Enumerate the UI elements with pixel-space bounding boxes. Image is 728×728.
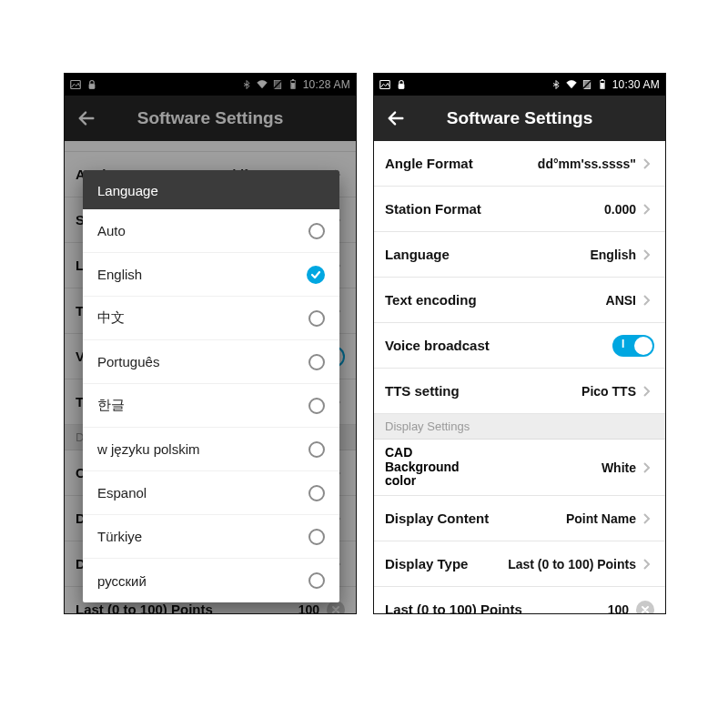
image-icon — [70, 79, 81, 90]
language-option-t-rkiye[interactable]: Türkiye — [83, 515, 339, 559]
setting-label: Display Content — [385, 511, 489, 526]
setting-label: TTS setting — [385, 383, 460, 399]
language-option--[interactable]: русский — [83, 559, 339, 602]
setting-row-text-encoding[interactable]: Text encodingANSI — [374, 278, 665, 323]
chevron-right-icon — [642, 385, 654, 398]
status-bar: 10:28 AM — [65, 74, 356, 96]
status-bar: 10:30 AM — [374, 74, 665, 96]
svg-rect-5 — [291, 84, 294, 88]
option-label: 中文 — [97, 309, 125, 327]
sim-off-icon — [581, 79, 592, 90]
chevron-right-icon — [642, 512, 654, 525]
setting-label: Angle Format — [385, 156, 473, 171]
option-label: Türkiye — [97, 529, 142, 544]
setting-row-station-format[interactable]: Station Format0.000 — [374, 187, 665, 232]
setting-row-angle-format[interactable]: Angle Formatdd°mm'ss.ssss" — [374, 141, 665, 187]
setting-row-display-content[interactable]: Display ContentPoint Name — [374, 496, 665, 541]
setting-row-voice-broadcast[interactable]: Voice broadcastI — [374, 323, 665, 369]
status-time: 10:30 AM — [612, 78, 660, 91]
svg-rect-1 — [89, 84, 95, 88]
setting-value: 100 — [608, 602, 629, 614]
setting-value: 0.000 — [604, 202, 636, 217]
setting-value: 100 — [298, 602, 319, 614]
language-dialog: Language AutoEnglish中文Português한글w język… — [83, 170, 339, 602]
chevron-right-icon — [642, 461, 654, 474]
setting-label: Voice broadcast — [385, 338, 490, 353]
chevron-right-icon — [642, 558, 654, 571]
wifi-icon — [566, 79, 577, 90]
svg-rect-6 — [292, 79, 294, 80]
language-option-w-j-zyku-polskim[interactable]: w języku polskim — [83, 428, 339, 471]
radio-icon — [308, 354, 325, 370]
language-option--[interactable]: 한글 — [83, 384, 339, 428]
phone-right: 10:30 AM Software Settings Angle Formatd… — [373, 73, 666, 614]
setting-value: ANSI — [606, 293, 636, 308]
status-time: 10:28 AM — [303, 78, 350, 91]
battery-icon — [288, 79, 298, 90]
status-right-icons: 10:30 AM — [551, 78, 660, 91]
bluetooth-icon — [551, 79, 561, 90]
setting-label: CADBackgroundcolor — [385, 446, 460, 488]
radio-icon — [308, 441, 325, 458]
clear-icon[interactable] — [636, 601, 654, 614]
radio-icon — [308, 310, 325, 327]
language-option-auto[interactable]: Auto — [83, 209, 339, 253]
language-option-espanol[interactable]: Espanol — [83, 471, 339, 515]
radio-icon — [308, 223, 325, 239]
language-option--[interactable]: 中文 — [83, 297, 339, 340]
svg-rect-13 — [602, 79, 603, 80]
status-right-icons: 10:28 AM — [241, 78, 350, 91]
setting-row-last-points[interactable]: Last (0 to 100) Points 100 — [374, 587, 665, 613]
sim-off-icon — [272, 79, 283, 90]
setting-label: Station Format — [385, 201, 481, 217]
setting-row-cad-background-color[interactable]: CADBackgroundcolorWhite — [374, 440, 665, 496]
radio-icon — [308, 485, 325, 501]
display-settings-section: Display Settings — [374, 414, 665, 440]
language-option-portugu-s[interactable]: Português — [83, 340, 339, 384]
page-title: Software Settings — [99, 108, 321, 128]
lock-icon — [396, 79, 407, 90]
setting-value: dd°mm'ss.ssss" — [538, 157, 636, 171]
chevron-right-icon — [642, 203, 654, 216]
svg-rect-12 — [601, 84, 603, 88]
option-label: w języku polskim — [97, 441, 200, 457]
setting-row-display-type[interactable]: Display TypeLast (0 to 100) Points — [374, 541, 665, 587]
option-label: 한글 — [97, 397, 125, 414]
chevron-right-icon — [642, 157, 654, 170]
bluetooth-icon — [241, 79, 252, 90]
radio-icon — [308, 529, 325, 545]
radio-icon — [308, 398, 325, 414]
setting-value: Point Name — [566, 511, 636, 526]
setting-label: Display Type — [385, 556, 468, 571]
check-icon — [307, 266, 325, 284]
radio-icon — [308, 572, 325, 589]
toggle-switch[interactable]: I — [612, 335, 654, 357]
wifi-icon — [257, 79, 268, 90]
settings-list[interactable]: Angle Formatdd°mm'ss.ssss"Station Format… — [374, 141, 665, 613]
battery-icon — [597, 79, 608, 90]
status-left-icons — [379, 79, 407, 90]
status-left-icons — [70, 79, 97, 90]
setting-row-distance-unit[interactable]: Distance UnitMeter — [65, 141, 356, 152]
setting-label: Text encoding — [385, 292, 477, 308]
language-option-english[interactable]: English — [83, 253, 339, 297]
option-label: Auto — [97, 223, 126, 238]
setting-value: Last (0 to 100) Points — [508, 557, 636, 571]
setting-row-language[interactable]: LanguageEnglish — [374, 232, 665, 278]
setting-value: White — [602, 460, 636, 475]
setting-value: English — [590, 248, 636, 262]
back-button[interactable] — [74, 108, 99, 128]
image-icon — [379, 79, 390, 90]
setting-row-tts-setting[interactable]: TTS settingPico TTS — [374, 369, 665, 414]
option-label: English — [97, 267, 142, 282]
option-label: Português — [97, 354, 159, 369]
setting-label: Last (0 to 100) Points — [385, 602, 522, 613]
lock-icon — [86, 79, 97, 90]
setting-label: Last (0 to 100) Points — [76, 602, 213, 613]
page-title: Software Settings — [409, 108, 631, 128]
option-label: Espanol — [97, 485, 147, 500]
setting-label: Language — [385, 247, 450, 262]
chevron-right-icon — [642, 248, 654, 261]
phone-left: 10:28 AM Software Settings Distance Unit… — [64, 73, 357, 614]
back-button[interactable] — [383, 108, 409, 128]
